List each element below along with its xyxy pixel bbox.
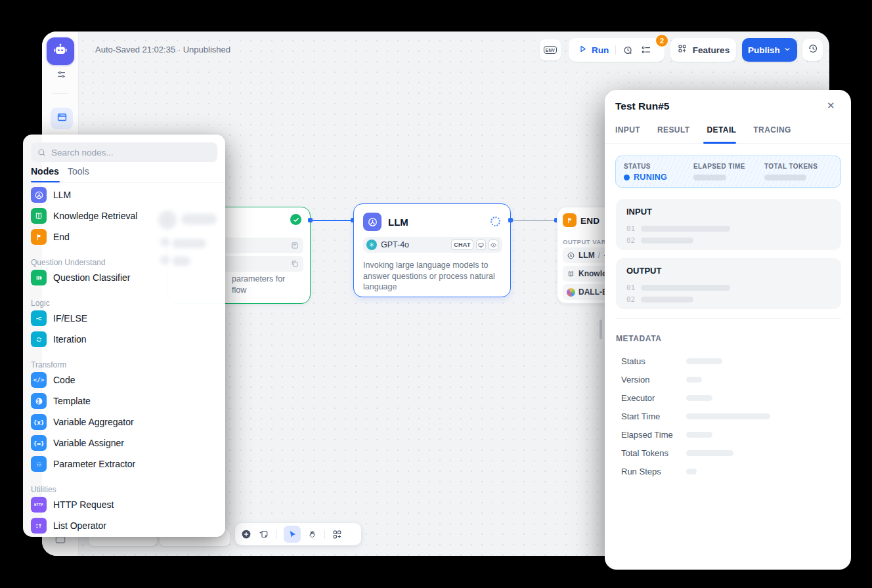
llm-node[interactable]: LLM GPT-4o CHAT Invoking large language … xyxy=(353,203,511,297)
skeleton-bar xyxy=(693,175,726,180)
publish-button[interactable]: Publish xyxy=(742,38,797,62)
search-input[interactable] xyxy=(51,148,202,158)
test-run-panel: Test Run#5 ✕ INPUTRESULTDETAILTRACING ST… xyxy=(605,90,851,570)
tab-input[interactable]: INPUT xyxy=(615,125,640,135)
metadata-key: Executor xyxy=(616,393,686,403)
node-item-label: Variable Aggregator xyxy=(53,417,134,427)
loading-spinner-icon xyxy=(490,217,500,226)
toolbar-divider xyxy=(324,530,325,539)
end-node-title: END xyxy=(580,216,600,226)
node-item-label: Parameter Extractor xyxy=(53,459,135,469)
node-item-iteration[interactable]: Iteration xyxy=(31,329,217,350)
llm-node-title: LLM xyxy=(388,217,408,228)
node-item-label: IF/ELSE xyxy=(53,313,87,324)
text-field-icon xyxy=(290,241,299,253)
screenshot-stage: Auto-Saved 21:02:35 · Unpublished ENV Ru… xyxy=(0,0,872,588)
robot-icon xyxy=(52,41,69,61)
hand-tool-icon[interactable] xyxy=(307,529,318,539)
node-item-end[interactable]: End xyxy=(31,226,217,247)
edge-llm-end xyxy=(511,220,557,221)
copy-icon xyxy=(290,259,299,271)
run-group-divider xyxy=(615,45,616,54)
run-button[interactable]: Run xyxy=(578,44,609,56)
metadata-key: Version xyxy=(616,375,686,385)
sidebar-item-workflow[interactable] xyxy=(51,108,73,129)
output-rows: 0102 xyxy=(626,282,830,305)
node-item-parameter-extractor[interactable]: Parameter Extractor xyxy=(31,453,217,474)
node-item-if-else[interactable]: IF/ELSE xyxy=(31,308,217,329)
flag-icon xyxy=(31,229,47,245)
node-item-label: List Operator xyxy=(53,520,106,531)
tab-detail[interactable]: DETAIL xyxy=(707,125,737,135)
node-item-label: Knowledge Retrieval xyxy=(53,211,137,221)
env-button[interactable]: ENV xyxy=(540,39,561,60)
node-section-utilities: Utilities xyxy=(31,474,217,494)
node-item-http-request[interactable]: HTTPHTTP Request xyxy=(31,494,217,515)
classifier-icon xyxy=(31,270,47,285)
row-index: 01 xyxy=(626,224,635,233)
metadata-rows: StatusVersionExecutorStart TimeElapsed T… xyxy=(616,352,841,480)
edge-handle[interactable] xyxy=(508,218,513,222)
metadata-key: Elapsed Time xyxy=(616,430,686,440)
code-icon: </> xyxy=(31,372,47,388)
node-section-transform: Transform xyxy=(31,350,217,369)
edge-handle[interactable] xyxy=(308,218,313,222)
tab-nodes[interactable]: Nodes xyxy=(31,166,59,177)
node-item-label: End xyxy=(53,232,70,242)
metadata-row-version: Version xyxy=(616,370,841,388)
metadata-row-elapsed-time: Elapsed Time xyxy=(616,425,841,444)
book-icon xyxy=(31,208,47,224)
row-index: 01 xyxy=(626,284,635,292)
model-selector[interactable]: GPT-4o CHAT xyxy=(363,237,502,253)
node-item-variable-assigner[interactable]: {=}Variable Assigner xyxy=(31,432,217,453)
app-logo[interactable] xyxy=(47,37,74,65)
end-variable-label: DALL-E xyxy=(578,287,607,297)
tokens-label: TOTAL TOKENS xyxy=(764,163,817,170)
end-variable-label: LLM xyxy=(578,251,595,260)
node-item-template[interactable]: Template xyxy=(31,390,217,411)
metadata-key: Total Tokens xyxy=(616,448,686,458)
node-item-label: HTTP Request xyxy=(53,499,114,510)
add-node-icon[interactable] xyxy=(240,528,252,540)
node-item-variable-aggregator[interactable]: {x}Variable Aggregator xyxy=(31,411,217,432)
start-node-description: parameters for xyxy=(232,274,307,285)
llm-node-description: Invoking large language models to answer… xyxy=(363,260,504,293)
aggregator-icon: {x} xyxy=(31,414,47,430)
node-item-knowledge-retrieval[interactable]: Knowledge Retrieval xyxy=(31,205,217,226)
organize-icon[interactable] xyxy=(332,529,343,540)
tab-tracing[interactable]: TRACING xyxy=(753,125,791,135)
sliders-icon[interactable] xyxy=(54,68,68,81)
chat-mode-badge: CHAT xyxy=(451,240,473,250)
io-row: 01 xyxy=(626,222,830,234)
skeleton-bar xyxy=(641,285,730,291)
features-button[interactable]: Features xyxy=(670,38,736,62)
model-name: GPT-4o xyxy=(381,240,409,249)
node-section-question-understand: Question Understand xyxy=(31,247,217,267)
node-item-list-operator[interactable]: List Operator xyxy=(31,515,217,536)
panel-tabs: INPUTRESULTDETAILTRACING xyxy=(615,125,791,135)
skeleton-bar xyxy=(641,297,693,303)
node-list: LLMKnowledge RetrievalEndQuestion Unders… xyxy=(23,184,225,536)
tab-tools[interactable]: Tools xyxy=(68,166,89,177)
checklist-icon[interactable] xyxy=(640,44,652,56)
assigner-icon: {=} xyxy=(31,435,47,451)
io-row: 01 xyxy=(626,282,830,293)
output-card-label: OUTPUT xyxy=(626,266,661,276)
add-note-icon[interactable] xyxy=(259,529,270,540)
node-item-code[interactable]: </>Code xyxy=(31,369,217,390)
tab-result[interactable]: RESULT xyxy=(657,125,690,135)
schedule-icon[interactable] xyxy=(622,45,634,56)
close-icon[interactable]: ✕ xyxy=(827,100,835,112)
canvas-scrollbar[interactable] xyxy=(600,320,602,339)
node-item-question-classifier[interactable]: Question Classifier xyxy=(31,267,217,288)
node-item-llm[interactable]: LLM xyxy=(31,184,217,205)
tabs-divider xyxy=(23,182,225,183)
features-icon xyxy=(677,43,687,56)
history-button[interactable] xyxy=(802,39,823,61)
pointer-tool-icon[interactable] xyxy=(284,526,301,543)
input-card-label: INPUT xyxy=(626,207,652,217)
history-icon xyxy=(807,43,819,57)
skeleton-bar xyxy=(686,432,712,438)
vision-monitor-icon xyxy=(476,240,486,250)
skeleton-bar xyxy=(641,226,730,232)
